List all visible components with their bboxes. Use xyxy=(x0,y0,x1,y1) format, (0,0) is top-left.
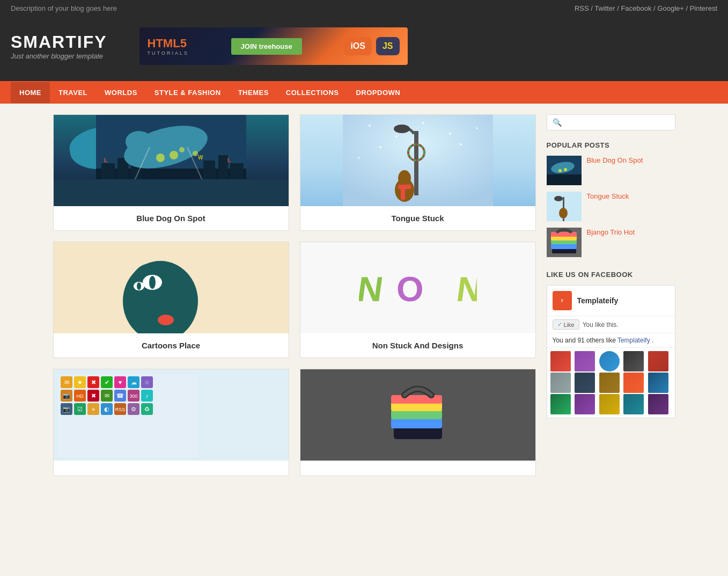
fb-avatar[interactable] xyxy=(648,373,668,393)
post-card: ✉ ★ ✖ ✔ ♥ ☁ ☆ 📷 HD ✖ ✉ ☎ 300 ♪ 📷 xyxy=(53,369,289,476)
svg-point-104 xyxy=(554,196,563,201)
svg-point-101 xyxy=(564,168,567,171)
fb-avatar[interactable] xyxy=(550,394,571,414)
fb-avatar[interactable] xyxy=(575,351,595,371)
nav-collections[interactable]: COLLECTIONS xyxy=(277,82,348,103)
blog-description: Description of your blog goes here xyxy=(11,4,117,12)
post-image-nonstuck[interactable]: N O N xyxy=(300,242,535,333)
svg-text:✖: ✖ xyxy=(91,379,95,385)
svg-text:☆: ☆ xyxy=(144,379,150,385)
svg-text:N: N xyxy=(454,269,476,309)
svg-point-26 xyxy=(358,157,360,159)
svg-text:☎: ☎ xyxy=(116,392,124,399)
post-title xyxy=(300,461,535,476)
svg-text:♪: ♪ xyxy=(145,392,149,399)
fb-avatar[interactable] xyxy=(575,394,595,414)
post-title[interactable]: Cartoons Place xyxy=(54,333,289,358)
fb-avatar[interactable] xyxy=(648,394,668,414)
fb-avatar[interactable] xyxy=(575,373,595,393)
popular-post-item: Tongue Stuck xyxy=(547,192,675,221)
svg-text:☁: ☁ xyxy=(130,379,136,385)
post-image-blue-dog[interactable]: L W L xyxy=(54,115,289,206)
fb-avatar[interactable] xyxy=(550,351,571,371)
posts-grid: L W L Blue Dog On Spot xyxy=(53,114,536,476)
post-card: Cartoons Place xyxy=(53,242,289,358)
popular-post-link[interactable]: Tongue Stuck xyxy=(587,192,629,201)
svg-text:300: 300 xyxy=(129,393,137,399)
svg-point-45 xyxy=(158,315,174,325)
svg-point-22 xyxy=(422,122,424,124)
post-card: L W L Blue Dog On Spot xyxy=(53,114,289,231)
nav-dropdown[interactable]: DROPDOWN xyxy=(347,82,409,103)
post-image-cartoons[interactable] xyxy=(54,242,289,333)
sidebar: 🔍 POPULAR POSTS Blue Dog On Spot xyxy=(547,114,675,476)
header-banner[interactable]: HTML5 TUTORIALS JOIN treehouse iOS JS xyxy=(139,27,408,65)
svg-rect-7 xyxy=(230,163,244,206)
main-nav: HOME TRAVEL WORLDS STYLE & FASHION THEME… xyxy=(0,81,728,104)
fb-avatar[interactable] xyxy=(550,373,571,393)
fb-avatar[interactable] xyxy=(599,351,620,371)
logo-title[interactable]: SMARTIFY xyxy=(11,32,107,52)
popular-post-thumb[interactable] xyxy=(547,192,582,221)
svg-text:✉: ✉ xyxy=(64,379,69,385)
facebook-link[interactable]: Facebook xyxy=(621,4,651,12)
nav-themes[interactable]: THEMES xyxy=(230,82,277,103)
fb-avatar[interactable] xyxy=(599,373,620,393)
search-input[interactable] xyxy=(562,119,670,127)
post-title xyxy=(54,461,289,476)
fb-like-button[interactable]: ✓ Like xyxy=(553,319,579,330)
search-box[interactable]: 🔍 xyxy=(547,114,675,130)
googleplus-link[interactable]: Google+ xyxy=(657,4,684,12)
popular-post-thumb[interactable] xyxy=(547,156,582,185)
post-card xyxy=(300,369,536,476)
popular-post-link[interactable]: Bjango Trio Hot xyxy=(587,228,635,237)
popular-post-thumb[interactable] xyxy=(547,228,582,257)
pinterest-link[interactable]: Pinterest xyxy=(690,4,717,12)
fb-header: T Templateify xyxy=(547,286,675,316)
facebook-section: LIKE US ON FACEBOOK T Templateify ✓ Like xyxy=(547,271,675,418)
js-badge: JS xyxy=(376,37,400,55)
friends-end: . xyxy=(652,337,653,344)
svg-text:✉: ✉ xyxy=(104,392,109,399)
svg-rect-2 xyxy=(101,163,115,201)
nav-worlds[interactable]: WORLDS xyxy=(96,82,146,103)
post-title[interactable]: Blue Dog On Spot xyxy=(54,206,289,230)
popular-post-link[interactable]: Blue Dog On Spot xyxy=(587,156,643,165)
post-image-bjango[interactable] xyxy=(300,369,535,461)
svg-text:⚙: ⚙ xyxy=(131,406,136,412)
post-image-tongue[interactable] xyxy=(300,115,535,206)
svg-text:☀: ☀ xyxy=(91,407,95,412)
post-image-icons[interactable]: ✉ ★ ✖ ✔ ♥ ☁ ☆ 📷 HD ✖ ✉ ☎ 300 ♪ 📷 xyxy=(54,369,289,461)
svg-text:📷: 📷 xyxy=(63,392,70,399)
twitter-link[interactable]: Twitter xyxy=(594,4,615,12)
fb-page-name[interactable]: Templateify xyxy=(577,296,619,305)
main-content: L W L Blue Dog On Spot xyxy=(42,104,686,487)
svg-point-44 xyxy=(137,282,141,290)
fb-avatar[interactable] xyxy=(648,351,668,371)
fb-avatar[interactable] xyxy=(623,373,644,393)
nav-travel[interactable]: TRAVEL xyxy=(50,82,96,103)
svg-point-28 xyxy=(411,141,414,143)
svg-text:✖: ✖ xyxy=(91,392,95,399)
social-links: RSS / Twitter / Facebook / Google+ / Pin… xyxy=(575,4,717,12)
you-like-text: You like this. xyxy=(583,321,619,329)
post-title[interactable]: Tongue Stuck xyxy=(300,206,535,230)
fb-avatar[interactable] xyxy=(623,351,644,371)
nav-style-fashion[interactable]: STYLE & FASHION xyxy=(146,82,230,103)
rss-link[interactable]: RSS xyxy=(575,4,589,12)
friends-text: You and 91 others like xyxy=(553,337,616,344)
fb-avatar[interactable] xyxy=(599,394,620,414)
svg-point-100 xyxy=(558,169,562,172)
like-label: Like xyxy=(564,322,575,328)
templateify-link[interactable]: Templateify xyxy=(617,337,650,344)
svg-rect-108 xyxy=(551,244,577,249)
nav-home[interactable]: HOME xyxy=(11,82,50,103)
svg-point-10 xyxy=(156,154,165,162)
post-title[interactable]: Non Stuck And Designs xyxy=(300,333,535,358)
fb-avatar[interactable] xyxy=(623,394,644,414)
join-treehouse-button[interactable]: JOIN treehouse xyxy=(231,38,302,55)
svg-rect-98 xyxy=(547,174,582,185)
svg-text:L: L xyxy=(227,157,231,163)
svg-text:♥: ♥ xyxy=(118,379,122,385)
svg-point-34 xyxy=(398,170,411,186)
